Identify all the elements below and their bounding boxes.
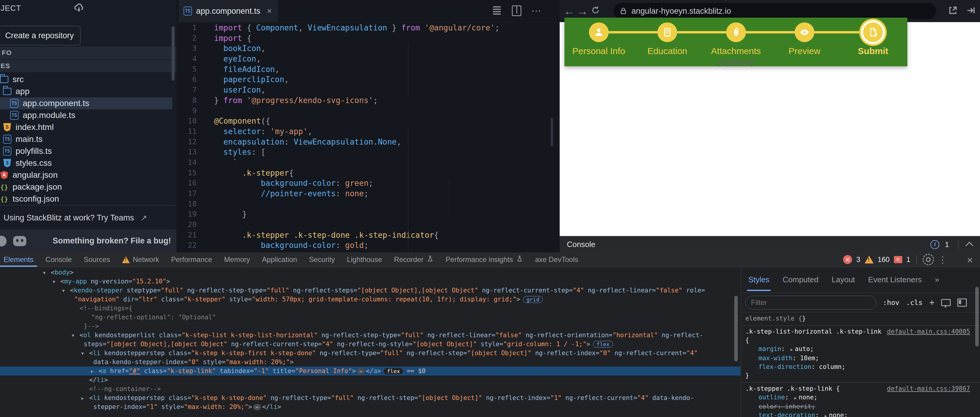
css-selector[interactable]: .k-stepper .k-step-link { (745, 384, 840, 393)
github-icon[interactable] (0, 236, 6, 246)
info-icon[interactable]: i (931, 240, 939, 249)
create-repository-button[interactable]: Create a repository (0, 26, 81, 45)
file-src[interactable]: src (0, 73, 172, 86)
settings-gear-icon[interactable] (923, 254, 934, 265)
css-property[interactable]: text-decoration: ▶none; (745, 411, 976, 417)
css-selector[interactable]: element.style { (745, 314, 802, 323)
hover-state-toggle[interactable]: :hov (883, 299, 899, 306)
dom-row[interactable]: </li> (0, 376, 741, 384)
css-property[interactable]: color: inherit; (745, 402, 976, 411)
styles-tab-event-listeners[interactable]: Event Listeners (868, 267, 922, 293)
css-property[interactable]: max-width: 10em; (745, 354, 976, 363)
dock-right-icon[interactable] (966, 5, 976, 17)
css-property[interactable]: margin: ▶auto; (745, 345, 976, 354)
back-icon[interactable]: ← (563, 5, 576, 17)
devtools-status-badges[interactable]: ✕ 3 160 ✕ 1 ⋮ (843, 252, 947, 267)
code-line: 3 bookIcon, (177, 43, 560, 54)
close-tab-icon[interactable]: × (267, 6, 272, 16)
code-line: 19 } (177, 209, 560, 220)
file-main-ts[interactable]: TSmain.ts (0, 133, 172, 145)
file-styles-css[interactable]: 3styles.css (0, 157, 172, 169)
rendering-brush-icon[interactable] (941, 299, 951, 306)
split-editor-icon[interactable] (512, 6, 522, 16)
code-editor[interactable]: 1import { Component, ViewEncapsulation }… (177, 23, 560, 252)
dom-row[interactable]: ▼<my-app ng-version="15.2.10"> (0, 277, 741, 286)
css-property[interactable]: flex-direction: column; (745, 363, 976, 371)
dom-row[interactable]: ▼<kendo-stepper steptype="full" ng-refle… (0, 286, 741, 304)
devtools-tab-application[interactable]: Application (256, 252, 303, 267)
forward-icon[interactable]: → (576, 5, 589, 17)
expand-arrow-icon[interactable]: ▼ (81, 349, 89, 358)
css-selector[interactable]: .k-step-list-horizontal .k-step-link { (745, 327, 886, 345)
devtools-tab-axe-devtools[interactable]: axe DevTools (529, 252, 584, 267)
preview-console-drawer[interactable]: Console i 1 (560, 236, 980, 253)
dom-row[interactable]: ▼<body> (0, 268, 741, 277)
css-file-link[interactable]: default-main.css:39867 (887, 385, 970, 392)
file-bug-link[interactable]: Something broken? File a bug! (52, 236, 171, 246)
dom-row[interactable]: <!--ng-container--> (0, 384, 741, 393)
url-bar[interactable]: angular-hyoeyn.stackblitz.io (614, 3, 936, 19)
project-info-section[interactable]: FO (0, 47, 177, 59)
devtools-tab-elements[interactable]: Elements (0, 252, 40, 267)
files-section[interactable]: ES (0, 60, 177, 72)
toggle-sidebar-icon[interactable] (957, 298, 967, 307)
more-actions-icon[interactable]: ⋯ (531, 6, 541, 16)
chevron-up-icon[interactable] (965, 242, 974, 250)
dom-row[interactable]: ▼<li kendostepperstep class="k-step k-st… (0, 349, 741, 366)
refresh-icon[interactable] (589, 5, 602, 17)
devtools-tab-console[interactable]: Console (40, 252, 78, 267)
code-line: 18 (177, 199, 560, 209)
cloud-fork-icon[interactable] (73, 2, 85, 14)
open-in-new-window-icon[interactable] (948, 5, 958, 17)
warnings-icon (865, 256, 873, 263)
styles-filter-input[interactable] (745, 296, 876, 309)
teams-promo[interactable]: Using StackBlitz at work? Try Teams ↗ (0, 205, 177, 230)
dom-row[interactable]: ▼<ol kendostepperlist class="k-step-list… (0, 331, 741, 349)
styles-tab-computed[interactable]: Computed (783, 267, 819, 293)
expand-arrow-icon[interactable]: ▶ (81, 394, 89, 403)
expand-arrow-icon[interactable]: ▼ (52, 277, 60, 286)
expand-arrow-icon[interactable]: ▶ (91, 367, 99, 376)
expand-arrow-icon[interactable]: ▼ (62, 286, 70, 295)
devtools-tab-sources[interactable]: Sources (78, 252, 116, 267)
dom-row[interactable]: ▶<a href="#" class="k-step-link" tabinde… (0, 366, 741, 376)
expand-arrow-icon[interactable]: ▼ (72, 331, 80, 340)
styles-tab-layout[interactable]: Layout (832, 267, 855, 293)
css-file-link[interactable]: default-main.css:40005 (887, 328, 970, 335)
sidebar-scrollbar[interactable] (172, 26, 175, 81)
file-app-component-ts[interactable]: TSapp.component.ts (0, 97, 172, 109)
file-app[interactable]: app (0, 86, 172, 97)
discord-icon[interactable] (13, 236, 26, 246)
devtools-tab-performance-insights[interactable]: Performance insights (440, 252, 529, 267)
file-label: app.component.ts (23, 98, 89, 108)
devtools-tab-memory[interactable]: Memory (218, 252, 256, 267)
devtools-close-icon[interactable]: × (967, 254, 973, 266)
class-toggle[interactable]: .cls (906, 299, 922, 306)
file-angular-json[interactable]: Aangular.json (0, 169, 172, 181)
tab-app-component-ts[interactable]: TS app.component.ts × (179, 0, 278, 22)
file-index-html[interactable]: 5index.html (0, 121, 172, 133)
issues-count: 1 (907, 255, 910, 264)
devtools-tab-network[interactable]: Network (116, 252, 165, 267)
warning-icon (122, 256, 130, 263)
expand-arrow-icon[interactable]: ▼ (43, 268, 51, 277)
styles-tab-[interactable]: » (935, 267, 939, 293)
prettier-icon[interactable] (492, 6, 502, 16)
editor-scrollbar[interactable] (551, 118, 553, 146)
kebab-menu-icon[interactable]: ⋮ (938, 255, 947, 265)
styles-tab-styles[interactable]: Styles (748, 267, 770, 293)
css-property[interactable]: outline: ▶none; (745, 393, 976, 402)
dom-row[interactable]: <!--bindings={ "ng-reflect-optional": "O… (0, 304, 741, 331)
new-style-rule-icon[interactable]: + (929, 297, 935, 308)
devtools-tab-recorder[interactable]: Recorder (388, 252, 440, 267)
file-tsconfig-json[interactable]: {}tsconfig.json (0, 193, 172, 205)
file-app-module-ts[interactable]: TSapp.module.ts (0, 109, 172, 121)
devtools-tab-performance[interactable]: Performance (165, 252, 218, 267)
elements-scrollbar[interactable] (734, 296, 738, 362)
devtools-tab-security[interactable]: Security (303, 252, 341, 267)
styles-scrollbar[interactable] (975, 287, 979, 347)
file-polyfills-ts[interactable]: TSpolyfills.ts (0, 145, 172, 157)
devtools-tab-lighthouse[interactable]: Lighthouse (341, 252, 388, 267)
dom-row[interactable]: ▶<li kendostepperstep class="k-step k-st… (0, 393, 741, 411)
file-package-json[interactable]: {}package.json (0, 181, 172, 193)
